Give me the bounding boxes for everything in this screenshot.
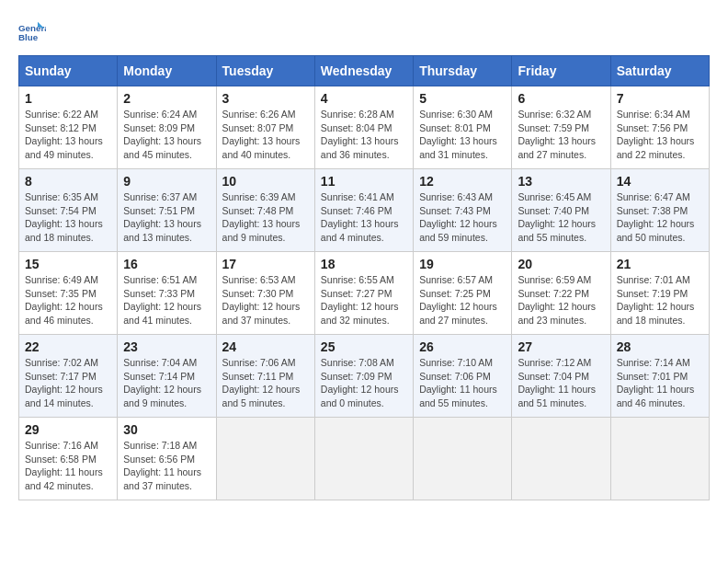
cell-content: Sunrise: 7:01 AM Sunset: 7:19 PM Dayligh…	[617, 273, 703, 327]
calendar-cell: 26Sunrise: 7:10 AM Sunset: 7:06 PM Dayli…	[414, 335, 512, 418]
header-monday: Monday	[118, 56, 216, 86]
week-row-0: 1Sunrise: 6:22 AM Sunset: 8:12 PM Daylig…	[19, 86, 710, 169]
day-number: 19	[419, 257, 506, 271]
header-tuesday: Tuesday	[216, 56, 314, 86]
cell-content: Sunrise: 6:41 AM Sunset: 7:46 PM Dayligh…	[321, 190, 407, 245]
cell-content: Sunrise: 7:14 AM Sunset: 7:01 PM Dayligh…	[617, 356, 703, 410]
calendar-cell	[512, 418, 610, 500]
cell-content: Sunrise: 6:34 AM Sunset: 7:56 PM Dayligh…	[617, 108, 703, 162]
day-number: 27	[518, 339, 604, 354]
day-number: 3	[222, 91, 309, 106]
cell-content: Sunrise: 7:04 AM Sunset: 7:14 PM Dayligh…	[123, 356, 210, 410]
calendar-cell: 11Sunrise: 6:41 AM Sunset: 7:46 PM Dayli…	[314, 169, 413, 252]
calendar-cell: 1Sunrise: 6:22 AM Sunset: 8:12 PM Daylig…	[19, 86, 118, 169]
header-row: SundayMondayTuesdayWednesdayThursdayFrid…	[19, 56, 710, 86]
day-number: 2	[123, 91, 210, 106]
day-number: 15	[25, 257, 111, 271]
day-number: 20	[518, 257, 604, 271]
cell-content: Sunrise: 7:18 AM Sunset: 6:56 PM Dayligh…	[123, 439, 210, 493]
week-row-4: 29Sunrise: 7:16 AM Sunset: 6:58 PM Dayli…	[19, 418, 710, 500]
calendar-cell: 5Sunrise: 6:30 AM Sunset: 8:01 PM Daylig…	[414, 86, 512, 169]
calendar-table: SundayMondayTuesdayWednesdayThursdayFrid…	[18, 55, 710, 500]
cell-content: Sunrise: 6:22 AM Sunset: 8:12 PM Dayligh…	[25, 108, 111, 162]
day-number: 25	[321, 339, 407, 354]
calendar-cell: 19Sunrise: 6:57 AM Sunset: 7:25 PM Dayli…	[414, 252, 512, 335]
calendar-cell	[414, 418, 512, 500]
day-number: 24	[222, 339, 309, 354]
week-row-1: 8Sunrise: 6:35 AM Sunset: 7:54 PM Daylig…	[19, 169, 710, 252]
cell-content: Sunrise: 6:59 AM Sunset: 7:22 PM Dayligh…	[518, 273, 604, 327]
cell-content: Sunrise: 6:47 AM Sunset: 7:38 PM Dayligh…	[617, 190, 703, 245]
day-number: 22	[25, 339, 111, 354]
cell-content: Sunrise: 6:24 AM Sunset: 8:09 PM Dayligh…	[123, 108, 210, 162]
header-wednesday: Wednesday	[314, 56, 413, 86]
day-number: 29	[25, 422, 111, 437]
cell-content: Sunrise: 7:08 AM Sunset: 7:09 PM Dayligh…	[321, 356, 407, 410]
calendar-cell: 13Sunrise: 6:45 AM Sunset: 7:40 PM Dayli…	[512, 169, 610, 252]
calendar-cell: 8Sunrise: 6:35 AM Sunset: 7:54 PM Daylig…	[19, 169, 118, 252]
calendar-cell: 18Sunrise: 6:55 AM Sunset: 7:27 PM Dayli…	[314, 252, 413, 335]
calendar-cell: 28Sunrise: 7:14 AM Sunset: 7:01 PM Dayli…	[610, 335, 709, 418]
header-friday: Friday	[512, 56, 610, 86]
day-number: 6	[518, 91, 604, 106]
day-number: 23	[123, 339, 210, 354]
week-row-3: 22Sunrise: 7:02 AM Sunset: 7:17 PM Dayli…	[19, 335, 710, 418]
cell-content: Sunrise: 6:57 AM Sunset: 7:25 PM Dayligh…	[419, 273, 506, 327]
calendar-cell: 24Sunrise: 7:06 AM Sunset: 7:11 PM Dayli…	[216, 335, 314, 418]
cell-content: Sunrise: 6:55 AM Sunset: 7:27 PM Dayligh…	[321, 273, 407, 327]
day-number: 17	[222, 257, 309, 271]
calendar-cell: 10Sunrise: 6:39 AM Sunset: 7:48 PM Dayli…	[216, 169, 314, 252]
cell-content: Sunrise: 7:10 AM Sunset: 7:06 PM Dayligh…	[419, 356, 506, 410]
cell-content: Sunrise: 7:12 AM Sunset: 7:04 PM Dayligh…	[518, 356, 604, 410]
cell-content: Sunrise: 6:49 AM Sunset: 7:35 PM Dayligh…	[25, 273, 111, 327]
calendar-cell	[610, 418, 709, 500]
header-sunday: Sunday	[19, 56, 118, 86]
calendar-cell: 30Sunrise: 7:18 AM Sunset: 6:56 PM Dayli…	[118, 418, 216, 500]
calendar-cell: 27Sunrise: 7:12 AM Sunset: 7:04 PM Dayli…	[512, 335, 610, 418]
day-number: 9	[123, 174, 210, 189]
cell-content: Sunrise: 6:45 AM Sunset: 7:40 PM Dayligh…	[518, 190, 604, 245]
calendar-cell: 25Sunrise: 7:08 AM Sunset: 7:09 PM Dayli…	[314, 335, 413, 418]
cell-content: Sunrise: 6:32 AM Sunset: 7:59 PM Dayligh…	[518, 108, 604, 162]
day-number: 11	[321, 174, 407, 189]
week-row-2: 15Sunrise: 6:49 AM Sunset: 7:35 PM Dayli…	[19, 252, 710, 335]
header-saturday: Saturday	[610, 56, 709, 86]
cell-content: Sunrise: 7:06 AM Sunset: 7:11 PM Dayligh…	[222, 356, 309, 410]
calendar-cell: 4Sunrise: 6:28 AM Sunset: 8:04 PM Daylig…	[314, 86, 413, 169]
cell-content: Sunrise: 6:37 AM Sunset: 7:51 PM Dayligh…	[123, 190, 210, 245]
calendar-cell	[314, 418, 413, 500]
calendar-cell: 14Sunrise: 6:47 AM Sunset: 7:38 PM Dayli…	[610, 169, 709, 252]
calendar-cell: 21Sunrise: 7:01 AM Sunset: 7:19 PM Dayli…	[610, 252, 709, 335]
calendar-cell: 29Sunrise: 7:16 AM Sunset: 6:58 PM Dayli…	[19, 418, 118, 500]
day-number: 12	[419, 174, 506, 189]
header-thursday: Thursday	[414, 56, 512, 86]
day-number: 1	[25, 91, 111, 106]
day-number: 7	[617, 91, 703, 106]
header: General Blue	[18, 18, 710, 46]
calendar-cell: 2Sunrise: 6:24 AM Sunset: 8:09 PM Daylig…	[118, 86, 216, 169]
day-number: 18	[321, 257, 407, 271]
day-number: 21	[617, 257, 703, 271]
cell-content: Sunrise: 6:28 AM Sunset: 8:04 PM Dayligh…	[321, 108, 407, 162]
calendar-cell: 20Sunrise: 6:59 AM Sunset: 7:22 PM Dayli…	[512, 252, 610, 335]
day-number: 10	[222, 174, 309, 189]
day-number: 5	[419, 91, 506, 106]
day-number: 30	[123, 422, 210, 437]
day-number: 28	[617, 339, 703, 354]
calendar-cell: 23Sunrise: 7:04 AM Sunset: 7:14 PM Dayli…	[118, 335, 216, 418]
calendar-cell: 6Sunrise: 6:32 AM Sunset: 7:59 PM Daylig…	[512, 86, 610, 169]
cell-content: Sunrise: 7:16 AM Sunset: 6:58 PM Dayligh…	[25, 439, 111, 493]
day-number: 4	[321, 91, 407, 106]
cell-content: Sunrise: 6:26 AM Sunset: 8:07 PM Dayligh…	[222, 108, 309, 162]
calendar-cell: 17Sunrise: 6:53 AM Sunset: 7:30 PM Dayli…	[216, 252, 314, 335]
calendar-cell: 15Sunrise: 6:49 AM Sunset: 7:35 PM Dayli…	[19, 252, 118, 335]
calendar-cell: 16Sunrise: 6:51 AM Sunset: 7:33 PM Dayli…	[118, 252, 216, 335]
cell-content: Sunrise: 6:53 AM Sunset: 7:30 PM Dayligh…	[222, 273, 309, 327]
logo-icon: General Blue	[18, 18, 46, 46]
cell-content: Sunrise: 6:43 AM Sunset: 7:43 PM Dayligh…	[419, 190, 506, 245]
cell-content: Sunrise: 6:51 AM Sunset: 7:33 PM Dayligh…	[123, 273, 210, 327]
calendar-cell: 22Sunrise: 7:02 AM Sunset: 7:17 PM Dayli…	[19, 335, 118, 418]
day-number: 13	[518, 174, 604, 189]
day-number: 16	[123, 257, 210, 271]
day-number: 8	[25, 174, 111, 189]
